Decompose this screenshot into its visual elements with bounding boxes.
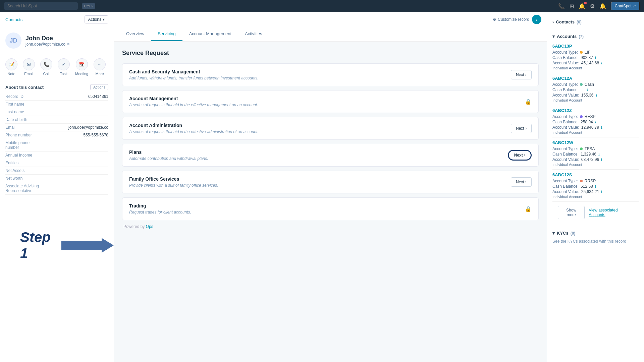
account-id-6abc12w[interactable]: 6ABC12W <box>552 140 639 145</box>
view-accounts-link[interactable]: View associated Accounts <box>589 208 633 217</box>
tab-activities[interactable]: Activities <box>238 27 269 41</box>
rs-contacts-header[interactable]: › Contacts (0) <box>552 17 639 26</box>
next-button-account-admin[interactable]: Next › <box>511 124 532 133</box>
sidebar-scroll[interactable]: About this contact Actions Record ID 650… <box>0 80 114 362</box>
account-id-6abc13p[interactable]: 6ABC13P <box>552 44 639 49</box>
notifications-icon[interactable]: 🔔 <box>579 3 585 9</box>
task-action[interactable]: ✓ Task <box>58 58 70 76</box>
about-actions-button[interactable]: Actions <box>90 84 108 90</box>
service-card-trading-left: Trading Request trades for client accoun… <box>129 203 191 215</box>
account-card-6abc12w: 6ABC12W Account Type: TFSA Cash Balance:… <box>552 137 639 170</box>
show-more-button[interactable]: Show more <box>558 206 585 219</box>
info-icon-6abc12w-cash: ℹ <box>598 153 600 156</box>
grid-icon[interactable]: ⊞ <box>570 3 574 9</box>
account-type-label-6abc12z: Individual Account <box>552 130 639 134</box>
next-button-family-office[interactable]: Next › <box>511 177 532 187</box>
email-action[interactable]: ✉ Email <box>23 58 35 76</box>
rs-kycs-header[interactable]: ▾ KYCs (0) <box>552 229 639 238</box>
account-card-6abc12s: 6ABC12S Account Type: RRSP Cash Balance:… <box>552 170 639 202</box>
account-card-6abc12z: 6ABC12Z Account Type: RESP Cash Balance:… <box>552 105 639 137</box>
rs-accounts-section: ▾ Accounts (7) 6ABC13P Account Type: LIF… <box>547 29 644 226</box>
account-value-6abc12a: Account Value: 155.36 ℹ <box>552 93 639 98</box>
settings-icon[interactable]: ⚙ <box>590 3 595 9</box>
call-action[interactable]: 📞 Call <box>40 58 52 76</box>
cash-balance-6abc12z: Cash Balance: 258.94 ℹ <box>552 120 639 124</box>
field-email: Email john.doe@optimize.co <box>5 124 108 131</box>
search-input[interactable] <box>4 2 78 10</box>
main-layout: Contacts Actions ▾ JD John Doe john.doe@… <box>0 12 644 362</box>
account-value-6abc12w: Account Value: 68,472.96 ℹ <box>552 157 639 162</box>
powered-by: Powered by Ops <box>122 224 539 229</box>
account-id-6abc12z[interactable]: 6ABC12Z <box>552 108 639 113</box>
note-action[interactable]: 📝 Note <box>5 58 17 76</box>
account-dot-rrsp <box>580 180 583 182</box>
service-title-plans: Plans <box>129 149 208 155</box>
account-type-6abc13p: Account Type: LIF <box>552 50 639 55</box>
ops-link[interactable]: Ops <box>146 224 153 229</box>
gear-icon: ⚙ <box>493 17 496 22</box>
service-card-cash-left: Cash and Security Management Add funds, … <box>129 69 259 80</box>
customize-record-button[interactable]: ⚙ Customize record <box>493 17 529 22</box>
chevron-down-icon-kycs: ▾ <box>552 231 555 236</box>
about-section: About this contact Actions Record ID 650… <box>0 80 114 199</box>
service-card-plans: Plans Automate contribution and withdraw… <box>122 144 539 167</box>
tab-servicing[interactable]: Servicing <box>151 27 182 41</box>
account-type-label-6abc12s: Individual Account <box>552 195 639 199</box>
phone-icon[interactable]: 📞 <box>558 3 565 9</box>
notification-badge <box>584 2 587 4</box>
tab-overview[interactable]: Overview <box>119 27 151 41</box>
account-type-6abc12w: Account Type: TFSA <box>552 146 639 151</box>
step1-label: Step 1 <box>20 229 59 261</box>
rs-accounts-title: ▾ Accounts (7) <box>552 34 584 39</box>
copy-email-icon[interactable]: ⧉ <box>67 42 69 46</box>
account-dot-lif <box>580 51 583 54</box>
meeting-action[interactable]: 📅 Meeting <box>75 58 88 76</box>
step1-overlay: Step 1 <box>20 229 114 261</box>
service-desc-plans: Automate contribution and withdrawal pla… <box>129 156 208 161</box>
service-title-account-mgmt: Account Management <box>129 96 258 101</box>
field-entities: Entities <box>5 159 108 167</box>
account-value-6abc13p: Account Value: 45,143.68 ℹ <box>552 61 639 65</box>
contacts-link[interactable]: Contacts <box>5 17 22 22</box>
tab-account-management[interactable]: Account Management <box>182 27 238 41</box>
field-net-assets: Net Assets <box>5 167 108 175</box>
service-desc-account-admin: A series of requests that aid in the eff… <box>129 129 259 134</box>
chevron-down-icon-accounts: ▾ <box>552 34 555 39</box>
field-phone: Phone number 555-555-5678 <box>5 131 108 139</box>
info-icon-6abc12w-val: ℹ <box>601 158 602 162</box>
chatspot-button[interactable]: ChatSpot ↗ <box>611 2 640 10</box>
contact-profile: JD John Doe john.doe@optimize.co ⧉ <box>0 27 114 54</box>
action-icons: 📝 Note ✉ Email 📞 Call ✓ Task 📅 Meeting ·… <box>0 54 114 80</box>
service-title-account-admin: Account Administration <box>129 123 259 128</box>
section-title: Service Request <box>122 50 539 57</box>
account-card-6abc13p: 6ABC13P Account Type: LIF Cash Balance: … <box>552 41 639 73</box>
sidebar-actions-button[interactable]: Actions ▾ <box>85 15 108 23</box>
next-button-plans[interactable]: Next › <box>508 150 532 161</box>
rs-accounts-header[interactable]: ▾ Accounts (7) <box>552 32 639 41</box>
account-type-6abc12a: Account Type: Cash <box>552 82 639 87</box>
left-sidebar: Contacts Actions ▾ JD John Doe john.doe@… <box>0 12 114 362</box>
service-card-cash-security: Cash and Security Management Add funds, … <box>122 63 539 86</box>
actions-chevron-icon: ▾ <box>103 17 105 22</box>
search-shortcut: Ctrl K <box>82 3 95 9</box>
field-net-worth: Net worth <box>5 175 108 182</box>
service-desc-trading: Request trades for client accounts. <box>129 210 191 215</box>
account-value-6abc12z: Account Value: 12,946.79 ℹ <box>552 125 639 130</box>
bell-icon[interactable]: 🔔 <box>599 3 606 9</box>
avatar: JD <box>5 33 21 49</box>
info-icon-6abc13p-val: ℹ <box>601 61 602 65</box>
collapse-panel-button[interactable]: › <box>532 15 541 24</box>
panel-content[interactable]: Service Request Cash and Security Manage… <box>114 42 547 362</box>
more-action[interactable]: ··· More <box>94 58 106 76</box>
contact-name: John Doe <box>25 35 69 42</box>
right-sidebar: › Contacts (0) ▾ Accounts (7) 6ABC13P Ac… <box>547 12 644 362</box>
contact-info: John Doe john.doe@optimize.co ⧉ <box>25 35 69 47</box>
rs-kycs-section: ▾ KYCs (0) See the KYCs associated with … <box>547 226 644 248</box>
account-dot-resp <box>580 115 583 118</box>
next-button-cash[interactable]: Next › <box>511 70 532 79</box>
account-id-6abc12s[interactable]: 6ABC12S <box>552 172 639 177</box>
account-id-6abc12a[interactable]: 6ABC12A <box>552 76 639 81</box>
field-mobile: Mobile phone number <box>5 139 108 152</box>
field-dob: Date of birth <box>5 116 108 124</box>
info-icon-6abc13p-cash: ℹ <box>595 56 596 60</box>
